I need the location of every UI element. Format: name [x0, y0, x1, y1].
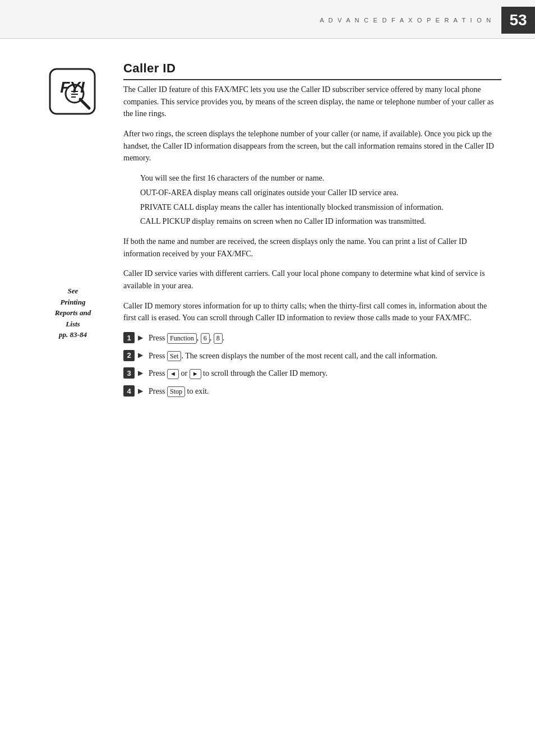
step-1: 1 ▶ Press Function, 6, 8.: [123, 332, 501, 344]
step-2-number: 2 ▶: [123, 350, 143, 361]
main-content: Caller ID The Caller ID feature of this …: [112, 61, 501, 403]
sidebar: FYI See Printing Reports and Lists pp. 8…: [34, 61, 112, 403]
page-number: 53: [501, 7, 535, 34]
intro-paragraph-1: The Caller ID feature of this FAX/MFC le…: [123, 84, 501, 120]
left-arrow-key: ◄: [167, 369, 179, 379]
sidebar-note-line2: Printing: [55, 297, 91, 308]
step-3-text: Press ◄ or ► to scroll through the Calle…: [149, 367, 501, 380]
step-3-num-box: 3: [123, 367, 135, 379]
key-8: 8: [214, 333, 223, 344]
paragraph-5: Caller ID memory stores information for …: [123, 300, 501, 324]
step-1-number: 1 ▶: [123, 332, 143, 343]
step-2: 2 ▶ Press Set. The screen displays the n…: [123, 350, 501, 362]
step-1-num-box: 1: [123, 332, 135, 343]
set-key: Set: [167, 351, 181, 362]
bullet-item-3: PRIVATE CALL display means the caller ha…: [140, 201, 501, 214]
paragraph-3: If both the name and number are received…: [123, 236, 501, 260]
step-4-num-box: 4: [123, 385, 135, 397]
fyi-icon: FYI: [48, 67, 98, 117]
sidebar-note-line1: See: [55, 285, 91, 297]
sidebar-note-line3: Reports and: [55, 307, 91, 319]
step-4-number: 4 ▶: [123, 385, 143, 397]
step-2-arrow: ▶: [138, 351, 143, 359]
svg-line-2: [80, 99, 89, 108]
step-1-text: Press Function, 6, 8.: [149, 332, 501, 344]
paragraph-4: Caller ID service varies with different …: [123, 268, 501, 292]
page-content: FYI See Printing Reports and Lists pp. 8…: [0, 39, 535, 426]
bullet-item-2: OUT-OF-AREA display means call originate…: [140, 187, 501, 199]
step-3: 3 ▶ Press ◄ or ► to scroll through the C…: [123, 367, 501, 380]
function-key: Function: [167, 333, 197, 344]
step-1-arrow: ▶: [138, 334, 143, 342]
step-2-text: Press Set. The screen displays the numbe…: [149, 350, 501, 362]
bullet-item-1: You will see the first 16 characters of …: [140, 172, 501, 185]
header-title: A D V A N C E D F A X O P E R A T I O N: [320, 17, 492, 24]
key-6: 6: [201, 333, 210, 344]
section-title: Caller ID: [123, 61, 501, 80]
right-arrow-key: ►: [190, 369, 201, 379]
sidebar-note-line5: pp. 83-84: [55, 329, 91, 340]
step-4-text: Press Stop to exit.: [149, 385, 501, 398]
step-3-arrow: ▶: [138, 369, 143, 377]
steps-list: 1 ▶ Press Function, 6, 8. 2 ▶ Press Set.…: [123, 332, 501, 398]
step-3-number: 3 ▶: [123, 367, 143, 379]
sidebar-note-line4: Lists: [55, 319, 91, 330]
page-header: A D V A N C E D F A X O P E R A T I O N …: [0, 0, 535, 39]
intro-paragraph-2: After two rings, the screen displays the…: [123, 128, 501, 164]
bullet-item-4: CALL PICKUP display remains on screen wh…: [140, 215, 501, 228]
stop-key: Stop: [167, 386, 185, 397]
page: A D V A N C E D F A X O P E R A T I O N …: [0, 0, 535, 756]
sidebar-note: See Printing Reports and Lists pp. 83-84: [55, 285, 91, 340]
step-2-num-box: 2: [123, 350, 135, 361]
step-4: 4 ▶ Press Stop to exit.: [123, 385, 501, 398]
bullet-list: You will see the first 16 characters of …: [140, 172, 501, 228]
step-4-arrow: ▶: [138, 387, 143, 395]
